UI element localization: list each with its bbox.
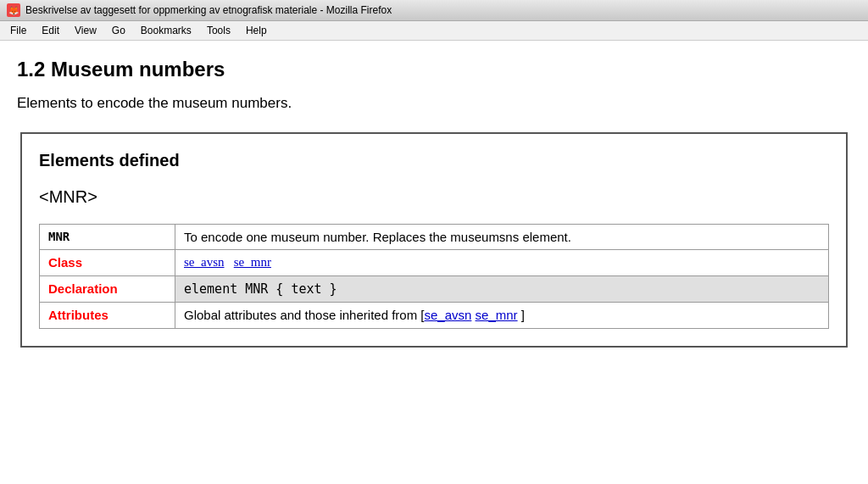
- menu-view[interactable]: View: [68, 23, 103, 38]
- label-mnr: MNR: [40, 225, 175, 250]
- menubar: File Edit View Go Bookmarks Tools Help: [0, 21, 868, 41]
- attributes-content: Global attributes and those inherited fr…: [175, 303, 829, 329]
- menu-go[interactable]: Go: [105, 23, 132, 38]
- element-tag: <MNR>: [39, 187, 829, 207]
- table-row-class: Class se_avsn se_mnr: [40, 250, 829, 276]
- info-table: MNR To encode one museum number. Replace…: [39, 224, 829, 329]
- label-class: Class: [40, 250, 175, 276]
- menu-tools[interactable]: Tools: [200, 23, 237, 38]
- page-heading: 1.2 Museum numbers: [17, 58, 851, 81]
- titlebar: 🦊 Beskrivelse av taggesett for oppmerkin…: [0, 0, 868, 21]
- declaration-code: element MNR { text }: [175, 276, 829, 303]
- class-links-cell: se_avsn se_mnr: [175, 250, 829, 276]
- link-se-avsn-attrs[interactable]: se_avsn: [425, 308, 472, 322]
- menu-help[interactable]: Help: [239, 23, 274, 38]
- page-content: 1.2 Museum numbers Elements to encode th…: [0, 41, 868, 364]
- main-box: Elements defined <MNR> MNR To encode one…: [20, 132, 848, 348]
- browser-icon: 🦊: [7, 3, 20, 17]
- link-se-avsn-class[interactable]: se_avsn: [184, 255, 225, 269]
- table-row-declaration: Declaration element MNR { text }: [40, 276, 829, 303]
- page-description: Elements to encode the museum numbers.: [17, 95, 851, 112]
- label-declaration: Declaration: [40, 276, 175, 303]
- link-se-mnr-class[interactable]: se_mnr: [234, 255, 271, 269]
- menu-edit[interactable]: Edit: [35, 23, 66, 38]
- table-row-mnr: MNR To encode one museum number. Replace…: [40, 225, 829, 250]
- window-title: Beskrivelse av taggesett for oppmerking …: [25, 4, 392, 16]
- table-row-attributes: Attributes Global attributes and those i…: [40, 303, 829, 329]
- menu-bookmarks[interactable]: Bookmarks: [134, 23, 198, 38]
- mnr-description: To encode one museum number. Replaces th…: [175, 225, 829, 250]
- label-attributes: Attributes: [40, 303, 175, 329]
- elements-defined-heading: Elements defined: [39, 151, 829, 170]
- link-se-mnr-attrs[interactable]: se_mnr: [476, 308, 518, 322]
- menu-file[interactable]: File: [3, 23, 33, 38]
